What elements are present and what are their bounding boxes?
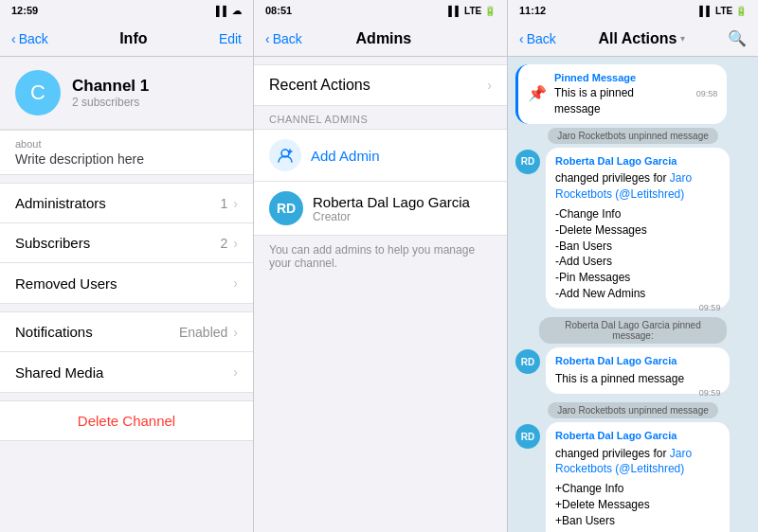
settings-list: Notifications Enabled › Shared Media ›	[0, 311, 253, 393]
msg-avatar-2: RD	[515, 349, 540, 374]
mid-status-icons: ▌▌ LTE 🔋	[448, 6, 496, 16]
system-msg-1: Jaro Rocketbots unpinned message	[548, 128, 718, 144]
channel-header: C Channel 1 2 subscribers	[0, 57, 253, 130]
admins-section: Add Admin RD Roberta Dal Lago Garcia Cre…	[254, 129, 507, 236]
right-status-icons: ▌▌ LTE 🔋	[699, 6, 747, 16]
delete-channel-button[interactable]: Delete Channel	[0, 401, 253, 440]
about-label: about	[15, 138, 238, 150]
msg-bubble-3: Roberta Dal Lago Garcia changed privileg…	[546, 422, 730, 532]
shared-media-row[interactable]: Shared Media ›	[0, 352, 253, 392]
subscribers-label: Subscribers	[15, 235, 90, 251]
left-edit-button[interactable]: Edit	[219, 31, 242, 46]
right-nav-bar: ‹ Back All Actions ▾ 🔍	[508, 21, 758, 57]
right-nav-title-area: All Actions ▾	[598, 30, 685, 47]
right-nav-title: All Actions	[598, 30, 677, 47]
msg-avatar-3: RD	[515, 424, 540, 449]
admin-avatar: RD	[269, 191, 303, 225]
administrators-value: 1 ›	[221, 196, 238, 211]
right-search-button[interactable]: 🔍	[728, 29, 747, 47]
system-msg-2: Roberta Dal Lago Garcia pinned message:	[539, 317, 727, 344]
left-nav-bar: ‹ Back Info Edit	[0, 21, 253, 57]
notifications-row[interactable]: Notifications Enabled ›	[0, 312, 253, 352]
right-status-bar: 11:12 ▌▌ LTE 🔋	[508, 0, 758, 21]
about-section: about Write description here	[0, 130, 253, 175]
channel-subscribers: 2 subscribers	[72, 96, 149, 109]
removed-users-label: Removed Users	[15, 275, 117, 292]
channel-admins-label: CHANNEL ADMINS	[254, 106, 507, 129]
channel-avatar: C	[15, 70, 61, 115]
left-back-button[interactable]: ‹ Back	[11, 31, 48, 46]
left-status-icons: ▌▌ ☁	[216, 6, 242, 16]
left-status-bar: 12:59 ▌▌ ☁	[0, 0, 253, 21]
mid-status-bar: 08:51 ▌▌ LTE 🔋	[254, 0, 507, 21]
removed-users-row[interactable]: Removed Users ›	[0, 263, 253, 303]
add-admin-row[interactable]: Add Admin	[254, 130, 507, 182]
msg-bubble-2: Roberta Dal Lago Garcia This is a pinned…	[546, 347, 730, 393]
main-list: Administrators 1 › Subscribers 2 › Remov…	[0, 183, 253, 304]
dropdown-arrow-icon: ▾	[680, 33, 685, 44]
chat-panel: 11:12 ▌▌ LTE 🔋 ‹ Back All Actions ▾ 🔍 📌 …	[508, 0, 758, 532]
admin-details: Roberta Dal Lago Garcia Creator	[313, 194, 470, 223]
add-admin-label: Add Admin	[311, 148, 380, 164]
info-panel: 12:59 ▌▌ ☁ ‹ Back Info Edit C Channel 1 …	[0, 0, 254, 532]
admins-panel: 08:51 ▌▌ LTE 🔋 ‹ Back Admins Recent Acti…	[254, 0, 508, 532]
right-back-button[interactable]: ‹ Back	[519, 31, 556, 46]
about-text: Write description here	[15, 151, 238, 167]
left-time: 12:59	[11, 5, 38, 16]
admin-name: Roberta Dal Lago Garcia	[313, 194, 470, 210]
msg-pinned-bubble: RD Roberta Dal Lago Garcia This is a pin…	[515, 347, 750, 399]
left-nav-title: Info	[119, 30, 147, 47]
msg-bubble-1: Roberta Dal Lago Garcia changed privileg…	[546, 148, 730, 309]
notifications-value: Enabled ›	[179, 325, 238, 340]
delete-section: Delete Channel	[0, 400, 253, 441]
recent-actions-row[interactable]: Recent Actions ›	[254, 64, 507, 106]
chat-area[interactable]: 📌 Pinned Message This is a pinned messag…	[508, 57, 758, 532]
mid-time: 08:51	[265, 5, 292, 16]
right-time: 11:12	[519, 5, 546, 16]
removed-users-chevron: ›	[233, 275, 238, 291]
shared-media-chevron: ›	[233, 364, 238, 380]
mid-nav-bar: ‹ Back Admins	[254, 21, 507, 57]
admin-row[interactable]: RD Roberta Dal Lago Garcia Creator	[254, 182, 507, 235]
administrators-label: Administrators	[15, 195, 106, 211]
subscribers-value: 2 ›	[221, 236, 238, 251]
admin-role: Creator	[313, 210, 470, 223]
shared-media-label: Shared Media	[15, 364, 103, 381]
recent-actions-label: Recent Actions	[269, 77, 370, 94]
recent-actions-chevron: ›	[487, 78, 492, 93]
system-msg-3: Jaro Rocketbots unpinned message	[548, 402, 718, 418]
channel-info: Channel 1 2 subscribers	[72, 77, 149, 109]
help-text: You can add admins to help you manage yo…	[254, 236, 507, 277]
msg-privileges-add: RD Roberta Dal Lago Garcia changed privi…	[515, 422, 750, 532]
channel-name: Channel 1	[72, 77, 149, 96]
pinned-message: 📌 Pinned Message This is a pinned messag…	[515, 64, 727, 124]
msg-avatar-1: RD	[515, 150, 540, 174]
notifications-label: Notifications	[15, 324, 93, 340]
subscribers-row[interactable]: Subscribers 2 ›	[0, 223, 253, 263]
pinned-text: Pinned Message This is a pinned message	[554, 71, 683, 117]
msg-privileges-remove: RD Roberta Dal Lago Garcia changed privi…	[515, 148, 750, 313]
administrators-row[interactable]: Administrators 1 ›	[0, 184, 253, 223]
mid-back-button[interactable]: ‹ Back	[265, 31, 302, 46]
add-admin-icon	[269, 139, 301, 171]
mid-nav-title: Admins	[356, 30, 412, 47]
